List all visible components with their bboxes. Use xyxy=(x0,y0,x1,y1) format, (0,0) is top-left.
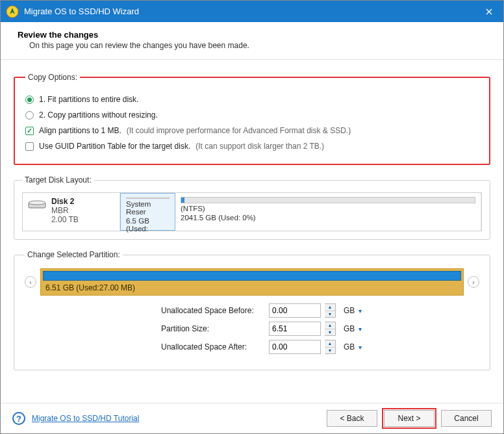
radio-icon xyxy=(25,111,34,120)
help-icon[interactable]: ? xyxy=(12,412,25,425)
tutorial-link[interactable]: Migrate OS to SSD/HD Tutorial xyxy=(32,414,139,423)
field-label: Unallocated Space After: xyxy=(161,342,265,351)
wizard-footer: ? Migrate OS to SSD/HD Tutorial < Back N… xyxy=(1,403,503,433)
field-unallocated-before: Unallocated Space Before: ▲▼ GB ▾ xyxy=(161,303,479,318)
option-label: 2. Copy partitions without resizing. xyxy=(39,110,158,120)
caret-down-icon: ▾ xyxy=(359,344,362,351)
disk-icon xyxy=(28,198,46,210)
page-subtitle: On this page you can review the changes … xyxy=(29,41,486,50)
spinner[interactable]: ▲▼ xyxy=(325,303,336,318)
disk-layout: Disk 2 MBR 2.00 TB System Reser 6.5 GB (… xyxy=(22,192,482,231)
target-disk-layout-group: Target Disk Layout: Disk 2 MBR 2.00 TB S… xyxy=(14,175,490,240)
back-button[interactable]: < Back xyxy=(327,410,377,427)
page-title: Review the changes xyxy=(18,30,486,40)
option-fit-partitions[interactable]: 1. Fit partitions to entire disk. xyxy=(25,95,479,104)
checkbox-icon xyxy=(25,127,34,135)
option-label: Align partitions to 1 MB. xyxy=(39,126,121,135)
unit-dropdown[interactable]: GB ▾ xyxy=(344,306,362,315)
chevron-up-icon: ▲ xyxy=(325,340,335,348)
copy-options-legend: Copy Options: xyxy=(25,73,80,82)
partition-label: (NTFS) xyxy=(181,205,475,212)
unit-label: GB xyxy=(344,324,355,333)
next-button[interactable]: Next > xyxy=(384,410,435,427)
unit-dropdown[interactable]: GB ▾ xyxy=(344,324,362,333)
disk-type: MBR xyxy=(51,206,79,215)
option-align-partitions[interactable]: Align partitions to 1 MB. (It could impr… xyxy=(25,126,479,135)
option-use-gpt[interactable]: Use GUID Partition Table for the target … xyxy=(25,142,479,151)
chevron-down-icon: ▼ xyxy=(325,329,335,336)
partition-size: 6.5 GB (Used: xyxy=(126,217,170,233)
slider-left-button[interactable]: ‹ xyxy=(25,276,36,288)
caret-down-icon: ▾ xyxy=(359,326,362,333)
option-hint: (It could improve performance for Advanc… xyxy=(127,126,351,135)
checkbox-icon xyxy=(25,142,34,151)
disk-info[interactable]: Disk 2 MBR 2.00 TB xyxy=(23,193,120,231)
caret-down-icon: ▾ xyxy=(359,307,362,314)
slider-summary: 6.51 GB (Used:27.00 MB) xyxy=(43,283,461,292)
slider-fill xyxy=(43,271,461,281)
chevron-up-icon: ▲ xyxy=(325,304,335,311)
partition-slider[interactable]: 6.51 GB (Used:27.00 MB) xyxy=(40,268,464,296)
field-unallocated-after: Unallocated Space After: ▲▼ GB ▾ xyxy=(161,340,479,354)
svg-point-2 xyxy=(29,201,45,205)
partition-size: 2041.5 GB (Used: 0%) xyxy=(181,214,475,222)
change-partition-group: Change Selected Partition: ‹ 6.51 GB (Us… xyxy=(14,250,490,370)
option-label: Use GUID Partition Table for the target … xyxy=(39,142,190,151)
option-hint: (It can support disk larger than 2 TB.) xyxy=(195,142,324,151)
unallocated-before-input[interactable] xyxy=(269,303,321,318)
page-header: Review the changes On this page you can … xyxy=(1,22,503,60)
app-icon xyxy=(6,5,19,18)
partition-label: System Reser xyxy=(126,200,170,216)
unallocated-after-input[interactable] xyxy=(269,340,321,354)
titlebar: Migrate OS to SSD/HD Wizard xyxy=(1,1,503,22)
unit-label: GB xyxy=(344,342,355,351)
disk-size: 2.00 TB xyxy=(51,215,79,224)
radio-icon xyxy=(25,96,34,104)
partition-ntfs[interactable]: (NTFS) 2041.5 GB (Used: 0%) xyxy=(175,193,481,231)
unit-dropdown[interactable]: GB ▾ xyxy=(344,342,362,351)
chevron-up-icon: ▲ xyxy=(325,322,335,329)
window-title: Migrate OS to SSD/HD Wizard xyxy=(24,6,474,16)
spinner[interactable]: ▲▼ xyxy=(325,340,336,354)
field-label: Partition Size: xyxy=(161,324,265,333)
chevron-down-icon: ▼ xyxy=(325,348,335,354)
partition-size-input[interactable] xyxy=(269,322,321,336)
slider-right-button[interactable]: › xyxy=(468,276,479,288)
target-disk-layout-legend: Target Disk Layout: xyxy=(22,175,94,185)
disk-name: Disk 2 xyxy=(51,197,79,206)
unit-label: GB xyxy=(344,306,355,315)
spinner[interactable]: ▲▼ xyxy=(325,322,336,336)
change-partition-legend: Change Selected Partition: xyxy=(25,250,123,259)
field-label: Unallocated Space Before: xyxy=(161,306,265,315)
chevron-right-icon: › xyxy=(472,279,474,286)
partition-system-reserved[interactable]: System Reser 6.5 GB (Used: xyxy=(120,193,175,231)
copy-options-group: Copy Options: 1. Fit partitions to entir… xyxy=(14,73,490,165)
option-copy-no-resize[interactable]: 2. Copy partitions without resizing. xyxy=(25,110,479,120)
cancel-button[interactable]: Cancel xyxy=(441,410,492,427)
chevron-down-icon: ▼ xyxy=(325,311,335,318)
close-button[interactable] xyxy=(474,1,503,22)
field-partition-size: Partition Size: ▲▼ GB ▾ xyxy=(161,322,479,336)
option-label: 1. Fit partitions to entire disk. xyxy=(39,95,138,104)
chevron-left-icon: ‹ xyxy=(29,279,31,286)
